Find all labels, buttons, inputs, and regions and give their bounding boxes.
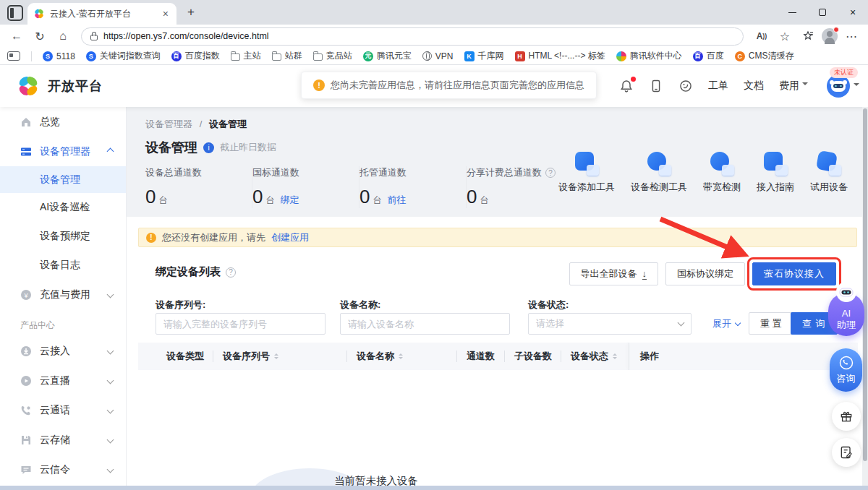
chevron-down-icon <box>678 319 685 327</box>
bookmark-item[interactable]: 站群 <box>272 50 302 62</box>
nav-work-order[interactable]: 工单 <box>708 79 728 93</box>
col-name[interactable]: 设备名称 <box>357 343 403 370</box>
sidebar-item-cloud-call[interactable]: 云通话 <box>0 395 126 425</box>
logo-icon <box>16 74 41 98</box>
chevron-down-icon <box>107 466 114 473</box>
chevron-down-icon <box>107 407 114 414</box>
bookmark-item[interactable]: VPN <box>422 51 454 61</box>
serial-input[interactable] <box>156 313 326 335</box>
sidebar-item-ai-inspection[interactable]: AI设备巡检 <box>0 193 126 222</box>
browser-window: 云接入-萤石开放平台 × + × ← ↻ ⌂ https://open.ys7.… <box>0 0 868 490</box>
new-tab-button[interactable]: + <box>181 2 201 22</box>
minimize-button[interactable] <box>777 0 807 25</box>
reading-list-icon[interactable] <box>7 51 20 61</box>
sidebar-item-pre-binding[interactable]: 设备预绑定 <box>0 222 126 251</box>
status-select[interactable]: 请选择 <box>528 313 692 335</box>
sidebar-item-device-manager[interactable]: 设备管理器 <box>0 137 126 166</box>
reset-button[interactable]: 重 置 <box>749 312 793 335</box>
table-header: 设备类型 设备序列号 设备名称 通道数 子设备数 设备状态 操作 <box>138 343 858 370</box>
platform-logo[interactable]: 开放平台 <box>16 74 103 98</box>
url-text[interactable]: https://open.ys7.com/console/device.html <box>103 31 269 41</box>
address-bar[interactable]: https://open.ys7.com/console/device.html <box>81 27 744 46</box>
ys-protocol-button[interactable]: 萤石协议接入 <box>752 262 836 285</box>
close-button[interactable]: × <box>838 0 868 25</box>
bookmark-item[interactable]: K千库网 <box>464 50 504 62</box>
bookmark-item[interactable]: 元腾讯元宝 <box>363 50 412 62</box>
col-serial[interactable]: 设备序列号 <box>223 343 278 370</box>
sidebar-item-cloud-signaling[interactable]: 云信令 <box>0 455 126 484</box>
bookmark-icon: 元 <box>363 51 373 61</box>
scrollbar-thumb[interactable] <box>863 108 867 461</box>
tool-access-guide[interactable]: 接入指南 <box>757 152 794 194</box>
gift-button[interactable] <box>832 402 861 431</box>
sidebar-section-label: 产品中心 <box>0 309 126 336</box>
favorite-star-icon[interactable]: ☆ <box>775 27 794 46</box>
browser-profile-avatar[interactable] <box>822 28 838 44</box>
home-icon[interactable]: ⌂ <box>54 27 72 46</box>
list-title-row: 绑定设备列表 ? <box>156 265 236 279</box>
sidebar-item-cloud-access[interactable]: 云接入 <box>0 336 126 366</box>
sort-icon[interactable] <box>399 353 403 359</box>
maximize-button[interactable] <box>807 0 838 25</box>
tab-actions-icon[interactable] <box>7 5 23 21</box>
sidebar-item-cloud-live[interactable]: 云直播 <box>0 366 126 395</box>
tool-trial-device[interactable]: 试用设备 <box>810 152 848 194</box>
main-content: 设备管理器 / 设备管理 设备管理 i 截止昨日数据 设备总通道数 0台 国标通… <box>127 107 868 490</box>
export-all-button[interactable]: 导出全部设备↓ <box>569 262 659 285</box>
help-icon[interactable]: ? <box>545 168 556 178</box>
stats-row: 设备总通道数 0台 国标通道数 0台绑定 托管通道数 0台前往 分享计费总通道数… <box>145 166 593 208</box>
bookmark-item[interactable]: 主站 <box>231 50 261 62</box>
phone-icon <box>839 356 854 370</box>
nav-fees[interactable]: 费用 <box>779 79 808 93</box>
expand-link[interactable]: 展开 <box>712 317 740 330</box>
page-title-row: 设备管理 i 截止昨日数据 <box>145 139 276 156</box>
bookmark-item[interactable]: 竞品站 <box>313 50 352 62</box>
bookmark-item[interactable]: 百百度指数 <box>171 50 220 62</box>
bookmark-item[interactable]: 百百度 <box>693 50 724 62</box>
access-guide-icon <box>764 152 788 176</box>
bookmark-item[interactable]: CCMS清缓存 <box>735 50 794 62</box>
feedback-button[interactable] <box>832 438 861 467</box>
sidebar-item-device-management[interactable]: 设备管理 <box>0 166 126 193</box>
read-aloud-icon[interactable]: A)) <box>752 27 771 46</box>
sidebar-item-cloud-storage[interactable]: 云存储 <box>0 425 126 455</box>
mobile-icon[interactable] <box>649 79 663 93</box>
bookmark-icon: H <box>515 51 525 61</box>
help-icon[interactable]: ? <box>226 267 236 278</box>
col-device-type: 设备类型 <box>166 343 204 370</box>
browser-tab[interactable]: 云接入-萤石开放平台 × <box>27 3 176 25</box>
tab-close-icon[interactable]: × <box>161 8 171 20</box>
goto-link[interactable]: 前往 <box>387 194 406 207</box>
bookmark-item[interactable]: S关键词指数查询 <box>86 50 161 62</box>
sidebar-item-recharge[interactable]: ¥ 充值与费用 <box>0 280 126 309</box>
nav-docs[interactable]: 文档 <box>744 79 764 93</box>
name-input[interactable] <box>340 313 510 335</box>
bind-link[interactable]: 绑定 <box>280 194 299 207</box>
sort-icon[interactable] <box>274 353 278 359</box>
create-app-link[interactable]: 创建应用 <box>271 231 309 244</box>
back-icon[interactable]: ← <box>7 27 26 46</box>
gb-protocol-button[interactable]: 国标协议绑定 <box>665 262 745 285</box>
tool-bandwidth-check[interactable]: 带宽检测 <box>703 152 741 194</box>
bookmark-item[interactable]: HHTML <!--...--> 标签 <box>515 50 605 62</box>
bookmark-item[interactable]: S5118 <box>43 51 75 61</box>
more-menu-icon[interactable]: ⋯ <box>842 27 861 46</box>
bookmark-item[interactable]: 腾讯软件中心 <box>616 50 682 62</box>
col-status[interactable]: 设备状态 <box>571 343 617 370</box>
sort-icon[interactable] <box>613 353 617 359</box>
bookmarks-bar: S5118 S关键词指数查询 百百度指数 主站 站群 竞品站 元腾讯元宝 VPN… <box>0 48 868 65</box>
ai-assistant-button[interactable]: AI 助理 <box>828 293 864 336</box>
user-avatar[interactable]: 未认证 <box>826 74 859 98</box>
tool-device-check[interactable]: 设备检测工具 <box>631 152 687 194</box>
collections-icon[interactable] <box>799 27 817 46</box>
breadcrumb-parent[interactable]: 设备管理器 <box>145 119 192 129</box>
consult-button[interactable]: 咨询 <box>830 348 862 392</box>
yen-coin-icon: ¥ <box>20 289 32 301</box>
tool-device-add[interactable]: 设备添加工具 <box>558 152 615 194</box>
sidebar-item-overview[interactable]: 总览 <box>0 107 126 137</box>
service-icon[interactable] <box>678 79 693 93</box>
bell-icon[interactable] <box>619 79 634 93</box>
refresh-icon[interactable]: ↻ <box>30 27 49 46</box>
sidebar-item-device-logs[interactable]: 设备日志 <box>0 251 126 280</box>
alert-text: 您还没有创建应用，请先 <box>162 231 265 244</box>
